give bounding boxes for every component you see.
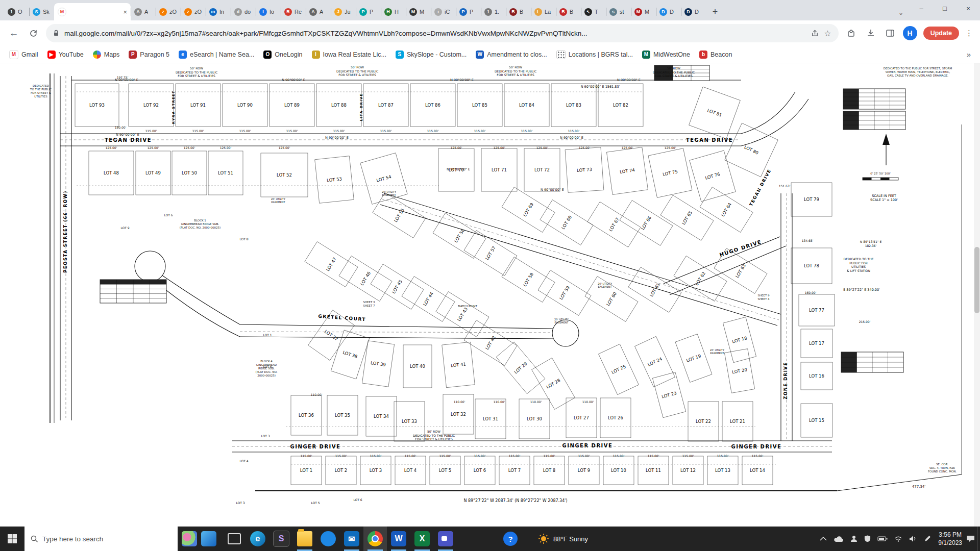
extensions-puzzle-icon[interactable] bbox=[845, 27, 858, 40]
tab-search-chevron-icon[interactable]: ⌄ bbox=[898, 9, 903, 16]
plat-annotation: 160.00' bbox=[805, 291, 817, 294]
close-button[interactable]: × bbox=[957, 0, 980, 16]
address-bar[interactable]: mail.google.com/mail/u/0/?zx=xg2y5nj15ma… bbox=[46, 24, 839, 42]
scrollbar-thumb[interactable] bbox=[974, 247, 979, 313]
browser-tab[interactable]: PP bbox=[356, 3, 381, 20]
pen-icon[interactable] bbox=[924, 535, 931, 542]
taskbar-word-icon[interactable]: W bbox=[387, 527, 410, 551]
maximize-button[interactable]: □ bbox=[933, 0, 957, 16]
bookmark-item[interactable]: bBeacon bbox=[695, 48, 736, 61]
browser-tab[interactable]: IIo bbox=[256, 3, 281, 20]
browser-tab[interactable]: BB bbox=[506, 3, 531, 20]
browser-tab[interactable]: BB bbox=[556, 3, 581, 20]
plat-annotation: LOT 8 bbox=[239, 237, 248, 241]
browser-tab[interactable]: RRe bbox=[281, 3, 306, 20]
browser-tab[interactable]: LLa bbox=[531, 3, 556, 20]
tray-caret-icon[interactable] bbox=[820, 536, 827, 541]
browser-tab[interactable]: HH bbox=[381, 3, 406, 20]
start-button[interactable] bbox=[0, 527, 24, 551]
bookmark-item[interactable]: WAmendment to clos... bbox=[472, 48, 551, 61]
browser-tab[interactable]: SSk bbox=[29, 3, 54, 20]
taskbar-app-blue-icon[interactable] bbox=[316, 527, 340, 551]
plat-annotation: 20' UTILITYEASEMENT bbox=[554, 318, 569, 324]
user-icon[interactable] bbox=[850, 535, 857, 542]
taskbar-weather[interactable]: 88°F Sunny bbox=[538, 533, 588, 544]
chrome-glyph bbox=[368, 531, 383, 546]
browser-tab[interactable]: AA bbox=[131, 3, 156, 20]
browser-tab[interactable]: zzO bbox=[156, 3, 181, 20]
bookmark-item[interactable]: Maps bbox=[89, 48, 124, 61]
browser-tab[interactable]: 1O bbox=[4, 3, 29, 20]
browser-tab[interactable]: DD bbox=[656, 3, 681, 20]
download-icon[interactable] bbox=[864, 27, 877, 40]
browser-tab[interactable]: ↖T bbox=[581, 3, 606, 20]
bookmark-item[interactable]: SSkySlope - Custom... bbox=[391, 48, 471, 61]
bookmark-item[interactable]: OOneLogin bbox=[259, 48, 306, 61]
clock-date: 9/1/2023 bbox=[938, 539, 962, 547]
bookmark-item[interactable]: MGmail bbox=[5, 48, 42, 61]
taskbar-teams-camera-icon[interactable] bbox=[434, 527, 457, 551]
volume-icon[interactable] bbox=[909, 535, 917, 542]
widget-icon[interactable] bbox=[201, 531, 216, 546]
street-label: GINGER DRIVE bbox=[731, 444, 782, 449]
bookmark-star-icon[interactable]: ☆ bbox=[824, 29, 831, 38]
bookmark-label: Iowa Real Estate Lic... bbox=[323, 51, 386, 58]
taskbar-excel-icon[interactable]: X bbox=[410, 527, 434, 551]
browser-tab[interactable]: zzO bbox=[181, 3, 206, 20]
taskbar-app-s-icon[interactable]: S bbox=[270, 527, 293, 551]
chrome-menu-kebab-icon[interactable]: ⋮ bbox=[965, 29, 973, 38]
browser-tab[interactable]: PP bbox=[456, 3, 481, 20]
taskbar-edge-icon[interactable]: e bbox=[246, 527, 270, 551]
taskbar-search-box[interactable]: Type here to search bbox=[24, 527, 178, 551]
svg-text:LOT 3: LOT 3 bbox=[261, 434, 270, 438]
taskbar-task-view-icon[interactable] bbox=[223, 527, 246, 551]
back-icon[interactable]: ← bbox=[7, 27, 20, 40]
chrome-update-button[interactable]: Update bbox=[923, 27, 959, 40]
svg-text:50' ROW: 50' ROW bbox=[667, 66, 680, 70]
taskbar-clock[interactable]: 3:56 PM 9/1/2023 bbox=[938, 531, 962, 547]
security-shield-icon[interactable] bbox=[864, 535, 871, 542]
browser-tab[interactable]: JJu bbox=[331, 3, 356, 20]
side-panel-icon[interactable] bbox=[884, 27, 897, 40]
taskbar-file-explorer-icon[interactable] bbox=[293, 527, 316, 551]
reload-icon[interactable] bbox=[27, 27, 40, 40]
taskbar-chrome-icon[interactable] bbox=[363, 527, 387, 551]
bookmark-item[interactable]: ▶YouTube bbox=[43, 48, 88, 61]
bookmarks-overflow-icon[interactable]: » bbox=[963, 50, 975, 59]
share-icon[interactable] bbox=[811, 30, 819, 37]
browser-tab[interactable]: ddo bbox=[231, 3, 256, 20]
page-scrollbar[interactable] bbox=[974, 63, 980, 527]
plat-dimension: 125.00' bbox=[184, 146, 195, 149]
bookmark-item[interactable]: MMidWestOne bbox=[638, 48, 694, 61]
url-text[interactable]: mail.google.com/mail/u/0/?zx=xg2y5nj15ma… bbox=[64, 30, 806, 37]
notification-center-icon[interactable] bbox=[966, 535, 975, 543]
browser-tab[interactable]: sst bbox=[606, 3, 631, 20]
browser-tab[interactable]: DD bbox=[681, 3, 706, 20]
weather-text: 88°F Sunny bbox=[553, 535, 588, 543]
new-tab-button[interactable]: + bbox=[708, 5, 722, 19]
profile-avatar[interactable]: H bbox=[903, 26, 917, 40]
plat-lot-label: LOT 4 bbox=[404, 468, 416, 473]
search-highlight-icon[interactable] bbox=[182, 531, 197, 546]
plat-dimension: 110.00' bbox=[494, 400, 505, 404]
browser-tab[interactable]: AA bbox=[306, 3, 331, 20]
bookmark-item[interactable]: PParagon 5 bbox=[125, 48, 174, 61]
bookmark-item[interactable]: IIowa Real Estate Lic... bbox=[308, 48, 390, 61]
battery-icon[interactable] bbox=[877, 536, 888, 542]
browser-tab[interactable]: inIn bbox=[206, 3, 231, 20]
browser-tab[interactable]: iiC bbox=[431, 3, 456, 20]
tab-close-icon[interactable]: × bbox=[123, 8, 127, 16]
onedrive-cloud-icon[interactable] bbox=[834, 536, 844, 542]
taskbar-mail-icon[interactable]: ✉ bbox=[340, 527, 363, 551]
browser-tab[interactable]: 11. bbox=[481, 3, 506, 20]
help-icon[interactable]: ? bbox=[503, 532, 518, 546]
browser-tab[interactable]: MM bbox=[406, 3, 431, 20]
wifi-icon[interactable] bbox=[894, 536, 902, 542]
browser-tab-active[interactable]: M× bbox=[54, 3, 131, 20]
browser-tab[interactable]: MM bbox=[631, 3, 656, 20]
minimize-button[interactable]: – bbox=[910, 0, 933, 16]
bookmark-item[interactable]: Locations | BGRS tal... bbox=[552, 48, 637, 61]
bookmark-item[interactable]: eeSearch | Name Sea... bbox=[175, 48, 258, 61]
tab-favicon: S bbox=[33, 8, 40, 16]
show-desktop-button[interactable] bbox=[977, 527, 980, 551]
